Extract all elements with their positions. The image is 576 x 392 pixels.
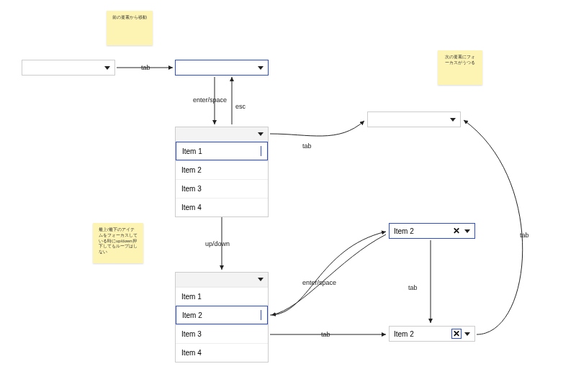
dropdown-focused-closed[interactable] [175,60,269,76]
caret-down-icon [450,118,456,122]
listbox-item-4[interactable]: Item 4 [176,198,268,216]
diagram-arrows [0,0,576,392]
listbox-item-label: Item 3 [181,185,202,193]
dropdown-next-element[interactable] [367,111,461,127]
key-label-enter-space: enter/space [302,279,336,286]
listbox-item-3[interactable]: Item 3 [176,179,268,198]
listbox-item-label: Item 4 [181,349,202,357]
listbox-open-item1-focused[interactable]: Item 1 Item 2 Item 3 Item 4 [175,127,269,217]
key-label-tab: tab [408,284,418,291]
dropdown-value: Item 2 [394,330,414,338]
caret-down-icon [258,132,264,136]
text-cursor [261,310,261,320]
dropdown-selected-item2-focused[interactable]: Item 2 ✕ [389,223,475,239]
listbox-item-4[interactable]: Item 4 [176,343,268,362]
key-label-up-down: up/down [205,240,230,247]
listbox-item-label: Item 2 [182,311,202,319]
caret-down-icon [258,66,264,70]
listbox-item-label: Item 4 [181,204,202,211]
key-label-tab: tab [302,142,312,150]
key-label-esc: esc [235,103,246,110]
sticky-note-top: 前の要素から移動 [107,11,153,45]
listbox-item-3[interactable]: Item 3 [176,324,268,343]
caret-down-icon [258,278,264,281]
listbox-item-label: Item 2 [181,166,202,174]
listbox-item-1[interactable]: Item 1 [176,287,268,306]
dropdown-selected-item2-clear-focused[interactable]: Item 2 ✕ [389,326,475,342]
text-cursor [261,146,261,156]
caret-down-icon [104,66,110,70]
key-label-enter-space: enter/space [193,96,227,104]
listbox-item-label: Item 1 [181,293,202,301]
listbox-header[interactable] [176,273,268,287]
dropdown-prev-element[interactable] [22,60,115,76]
sticky-note-left: 最上/最下のアイテムをフォーカスしている時にup/down押下してもループはしな… [93,223,143,263]
listbox-item-label: Item 1 [182,147,202,155]
listbox-item-2[interactable]: Item 2 [176,306,268,324]
listbox-item-label: Item 3 [181,330,202,338]
sticky-note-right: 次の要素にフォーカスがうつる [438,50,482,85]
close-icon[interactable]: ✕ [451,226,462,236]
dropdown-value: Item 2 [394,227,414,235]
key-label-tab: tab [520,232,529,239]
key-label-tab: tab [141,64,150,71]
key-label-tab: tab [321,331,330,338]
caret-down-icon [464,332,470,336]
listbox-header[interactable] [176,127,268,142]
caret-down-icon [464,229,470,233]
listbox-item-2[interactable]: Item 2 [176,160,268,179]
listbox-open-item2-focused[interactable]: Item 1 Item 2 Item 3 Item 4 [175,272,269,363]
close-icon[interactable]: ✕ [451,329,462,339]
listbox-item-1[interactable]: Item 1 [176,142,268,160]
